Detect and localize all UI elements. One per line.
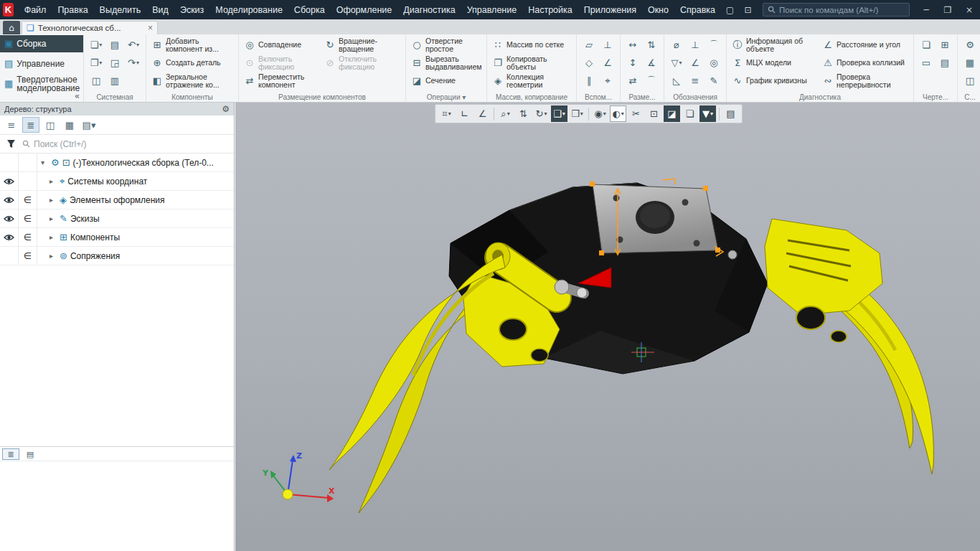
- drawing-icon-button[interactable]: ⊞: [936, 36, 954, 54]
- document-tab[interactable]: ❏ Технологическая сб... ×: [22, 21, 158, 34]
- menu-item[interactable]: Вид: [146, 5, 174, 15]
- rotate-icon[interactable]: ↻ ▾: [533, 105, 550, 122]
- filter-icon[interactable]: ▼ ▾: [699, 105, 716, 122]
- ribbon-collapse-chevron[interactable]: «: [75, 91, 80, 101]
- menu-item[interactable]: Управление: [461, 5, 523, 15]
- menu-item[interactable]: Окно: [642, 5, 674, 15]
- auxiliary-icon-button[interactable]: ∠: [598, 54, 617, 72]
- pan-icon[interactable]: ⇅: [515, 105, 532, 122]
- tab-close-icon[interactable]: ×: [148, 23, 153, 33]
- visibility-cell[interactable]: [0, 172, 19, 190]
- group-label[interactable]: Операции ▾: [406, 93, 486, 101]
- visibility-cell[interactable]: [0, 228, 19, 246]
- system-icon-button[interactable]: ❐▾: [87, 54, 105, 72]
- menu-item[interactable]: Правка: [52, 5, 93, 15]
- ribbon-button[interactable]: ∾ Проверка непрерывности: [820, 72, 910, 90]
- close-button[interactable]: ×: [958, 0, 980, 19]
- notation-icon-button[interactable]: ⊥: [686, 36, 705, 54]
- visibility-eye-icon[interactable]: [4, 178, 14, 185]
- menu-item[interactable]: Оформление: [331, 5, 398, 15]
- menu-item[interactable]: Диагностика: [397, 5, 461, 15]
- visibility-eye-icon[interactable]: [4, 215, 14, 222]
- menu-item[interactable]: Эскиз: [174, 5, 209, 15]
- properties-icon[interactable]: ▤: [722, 105, 739, 122]
- home-tab[interactable]: ⌂: [3, 21, 20, 34]
- tree-item-label[interactable]: Сопряжения: [70, 251, 120, 261]
- dimension-icon-button[interactable]: ↔: [623, 36, 642, 54]
- tree-item-label[interactable]: Системы координат: [67, 176, 147, 187]
- tree-row[interactable]: ∈ ▸ ⊞ Компоненты: [0, 228, 234, 247]
- tree-row[interactable]: ▸ ⌖ Системы координат: [0, 172, 234, 191]
- visibility-eye-icon[interactable]: [4, 234, 14, 241]
- ribbon-button[interactable]: ⚠ Проверка коллизий: [820, 54, 910, 72]
- notation-icon-button[interactable]: ∠: [686, 54, 705, 72]
- plane-icon[interactable]: ∠: [474, 105, 491, 122]
- rail-tab[interactable]: ▦ Твердотельное моделирование: [0, 75, 83, 93]
- notation-icon-button[interactable]: ≡: [686, 72, 705, 90]
- menu-item[interactable]: Сборка: [288, 5, 331, 15]
- notation-icon-button[interactable]: ◎: [705, 54, 723, 72]
- clipboard-icon[interactable]: ❏: [682, 105, 698, 122]
- expand-arrow-icon[interactable]: ▸: [50, 233, 57, 241]
- expand-arrow-icon[interactable]: ▸: [50, 215, 57, 222]
- panel-tab[interactable]: ▤: [22, 448, 39, 460]
- minimize-button[interactable]: ─: [915, 0, 937, 19]
- visibility-eye-icon[interactable]: ◉ ▾: [592, 105, 608, 122]
- zoom-icon[interactable]: ⌕ ▾: [497, 105, 514, 122]
- rail-tab[interactable]: ▣ Сборка: [0, 35, 83, 52]
- tree-row[interactable]: ∈ ▸ ⊚ Сопряжения: [0, 247, 234, 265]
- menu-item[interactable]: Выделить: [94, 5, 147, 15]
- clip-box-icon[interactable]: ⊡: [646, 105, 662, 122]
- ribbon-button[interactable]: ◈ Коллекция геометрии: [490, 72, 573, 90]
- dimension-icon-button[interactable]: ⇄: [623, 72, 642, 90]
- system-icon-button[interactable]: ↷▾: [124, 54, 143, 72]
- expand-arrow-icon[interactable]: ▸: [50, 196, 57, 204]
- view-style-icon[interactable]: ❒ ▾: [569, 105, 585, 122]
- restore-button[interactable]: ❐: [937, 0, 958, 19]
- system-icon-button[interactable]: ↶▾: [124, 36, 143, 54]
- command-search-input[interactable]: [779, 6, 905, 14]
- tree-row[interactable]: ∈ ▸ ◈ Элементы оформления: [0, 191, 234, 209]
- tree-item-label[interactable]: Эскизы: [70, 214, 100, 224]
- tree-toolbar-button[interactable]: ▦: [61, 117, 78, 133]
- tree-item-label[interactable]: Элементы оформления: [70, 195, 165, 205]
- ribbon-button[interactable]: ◪ Сечение: [409, 72, 484, 90]
- notation-icon-button[interactable]: ⌀: [667, 36, 686, 54]
- tree-toolbar-button[interactable]: ≣: [22, 117, 39, 133]
- visibility-eye-icon[interactable]: [4, 197, 14, 204]
- drawing-icon-button[interactable]: ▤: [936, 54, 954, 72]
- expand-arrow-icon[interactable]: ▸: [50, 252, 57, 260]
- notation-icon-button[interactable]: ▽▾: [667, 54, 686, 72]
- system-icon-button[interactable]: ❏▾: [87, 36, 105, 54]
- system-icon-button[interactable]: ◫: [87, 72, 105, 90]
- visibility-cell[interactable]: [0, 247, 19, 265]
- ribbon-button[interactable]: ∿ График кривизны: [730, 72, 820, 90]
- menu-item[interactable]: Файл: [19, 5, 52, 15]
- expand-arrow-icon[interactable]: ▾: [41, 159, 48, 166]
- auxiliary-icon-button[interactable]: ∥: [580, 72, 598, 90]
- rail-tab[interactable]: ▤ Управление: [0, 52, 83, 75]
- tree-item-label[interactable]: Компоненты: [70, 232, 120, 242]
- screen-settings-icon[interactable]: ⊡: [739, 5, 757, 15]
- ribbon-button[interactable]: ❐ Копировать объекты: [490, 54, 573, 72]
- ribbon-button[interactable]: ∷ Массив по сетке: [490, 36, 573, 54]
- menu-item[interactable]: Справка: [674, 5, 721, 15]
- auxiliary-icon-button[interactable]: ▱: [580, 36, 598, 54]
- tree-search-input[interactable]: [34, 139, 230, 149]
- service-icon-button[interactable]: ▦: [961, 54, 979, 72]
- dimension-icon-button[interactable]: ⇅: [642, 36, 661, 54]
- panel-tab[interactable]: ≣: [2, 448, 19, 460]
- tree-toolbar-button[interactable]: ≡: [3, 117, 20, 133]
- ribbon-button[interactable]: Σ МЦХ модели: [730, 54, 820, 72]
- ribbon-button[interactable]: ◎ Совпадение: [242, 36, 322, 54]
- drawing-icon-button[interactable]: ▭: [917, 54, 936, 72]
- ribbon-button[interactable]: ⊙ Включить фиксацию: [242, 54, 322, 72]
- drawing-icon-button[interactable]: ❏: [917, 36, 936, 54]
- tree-root-row[interactable]: ▾ ⚙ ⊡ (-)Технологическая сборка (Тел-0..…: [0, 154, 234, 172]
- service-icon-button[interactable]: ◫: [961, 72, 979, 90]
- ribbon-button[interactable]: ⊞ Добавить компонент из...: [149, 36, 235, 54]
- tree-row[interactable]: ∈ ▸ ✎ Эскизы: [0, 209, 234, 228]
- dimension-icon-button[interactable]: ∡: [642, 54, 661, 72]
- system-icon-button[interactable]: ◲: [105, 54, 124, 72]
- menu-item[interactable]: Моделирование: [209, 5, 288, 15]
